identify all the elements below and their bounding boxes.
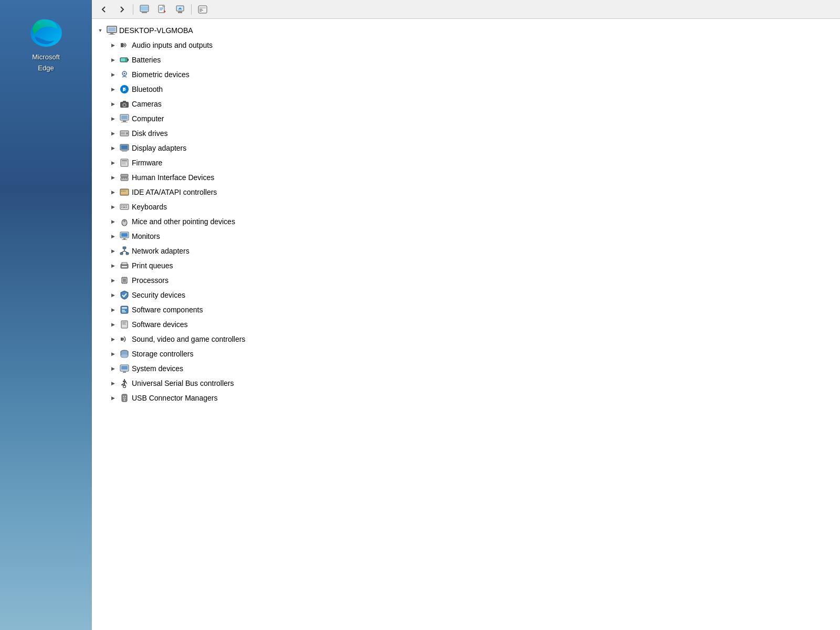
icon-firmware <box>119 158 130 168</box>
svg-rect-83 <box>127 265 128 266</box>
label-display: Display adapters <box>132 144 186 152</box>
expand-arrow-batteries[interactable] <box>109 56 117 64</box>
expand-arrow-ide[interactable] <box>109 188 117 196</box>
device-manager-view-btn[interactable] <box>136 2 152 17</box>
tree-item-firmware[interactable]: Firmware <box>92 155 840 170</box>
svg-rect-36 <box>121 122 128 122</box>
expand-arrow-keyboards[interactable] <box>109 203 117 211</box>
expand-arrow-cameras[interactable] <box>109 100 117 108</box>
expand-arrow-network[interactable] <box>109 247 117 255</box>
tree-item-processors[interactable]: Processors <box>92 273 840 288</box>
tree-item-print[interactable]: Print queues <box>92 258 840 273</box>
svg-rect-65 <box>123 207 125 208</box>
label-bluetooth: Bluetooth <box>132 85 163 93</box>
icon-batteries <box>119 55 130 65</box>
svg-rect-82 <box>122 266 127 267</box>
label-keyboards: Keyboards <box>132 203 167 211</box>
svg-rect-111 <box>121 384 123 385</box>
expand-arrow-sound[interactable] <box>109 335 117 343</box>
tree-item-audio[interactable]: Audio inputs and outputs <box>92 38 840 52</box>
tree-item-sound[interactable]: Sound, video and game controllers <box>92 332 840 346</box>
label-biometric: Biometric devices <box>132 70 190 79</box>
up-button[interactable] <box>172 2 188 17</box>
tree-item-biometric[interactable]: Biometric devices <box>92 67 840 82</box>
icon-usb <box>119 378 130 388</box>
tree-item-mice[interactable]: Mice and other pointing devices <box>92 214 840 229</box>
device-manager-window: DESKTOP-VLGMOBA Audio inputs and outputs… <box>92 0 840 630</box>
expand-arrow-storage[interactable] <box>109 350 117 358</box>
root-expand-arrow[interactable] <box>96 26 104 35</box>
expand-arrow-bluetooth[interactable] <box>109 85 117 93</box>
tree-root-item[interactable]: DESKTOP-VLGMOBA <box>92 23 840 38</box>
expand-arrow-hid[interactable] <box>109 173 117 182</box>
svg-rect-52 <box>124 178 125 179</box>
tree-item-usb[interactable]: Universal Serial Bus controllers <box>92 376 840 391</box>
tree-item-hid[interactable]: Human Interface Devices <box>92 170 840 185</box>
expand-arrow-computer[interactable] <box>109 114 117 123</box>
expand-arrow-processors[interactable] <box>109 276 117 285</box>
tree-item-bluetooth[interactable]: Bluetooth <box>92 82 840 97</box>
tree-item-display[interactable]: Display adapters <box>92 141 840 155</box>
toolbar <box>92 0 840 19</box>
expand-arrow-print[interactable] <box>109 261 117 270</box>
svg-rect-66 <box>126 207 127 208</box>
expand-arrow-usb-connector[interactable] <box>109 394 117 402</box>
svg-rect-35 <box>123 121 126 122</box>
tree-item-ide[interactable]: IDE ATA/ATAPI controllers <box>92 185 840 200</box>
separator-2 <box>191 4 192 15</box>
tree-item-storage[interactable]: Storage controllers <box>92 346 840 361</box>
icon-bluetooth <box>119 84 130 94</box>
expand-arrow-monitors[interactable] <box>109 232 117 240</box>
expand-arrow-mice[interactable] <box>109 217 117 226</box>
svg-rect-25 <box>121 58 125 61</box>
svg-rect-95 <box>122 311 126 312</box>
svg-rect-94 <box>122 310 125 311</box>
label-system: System devices <box>132 364 183 373</box>
expand-arrow-biometric[interactable] <box>109 70 117 79</box>
expand-arrow-software-devices[interactable] <box>109 320 117 329</box>
device-tree[interactable]: DESKTOP-VLGMOBA Audio inputs and outputs… <box>92 19 840 630</box>
svg-rect-22 <box>121 43 123 47</box>
tree-item-system[interactable]: System devices <box>92 361 840 376</box>
icon-security <box>119 290 130 300</box>
svg-rect-115 <box>125 396 126 397</box>
tree-item-disk[interactable]: Disk drives <box>92 126 840 141</box>
tree-item-batteries[interactable]: Batteries <box>92 52 840 67</box>
svg-point-69 <box>124 220 125 222</box>
label-usb: Universal Serial Bus controllers <box>132 379 234 387</box>
tree-item-software-devices[interactable]: Software devices <box>92 317 840 332</box>
expand-arrow-firmware[interactable] <box>109 159 117 167</box>
expand-arrow-audio[interactable] <box>109 41 117 49</box>
forward-button[interactable] <box>114 2 130 17</box>
svg-rect-81 <box>122 262 127 265</box>
expand-arrow-system[interactable] <box>109 364 117 373</box>
back-button[interactable] <box>96 2 112 17</box>
icon-storage <box>119 349 130 359</box>
edge-desktop-icon[interactable]: Microsoft Edge <box>25 10 68 76</box>
icon-sound <box>119 334 130 344</box>
icon-keyboards <box>119 202 130 212</box>
tree-item-software-components[interactable]: Software components <box>92 302 840 317</box>
tree-item-cameras[interactable]: Cameras <box>92 97 840 111</box>
tree-item-monitors[interactable]: Monitors <box>92 229 840 244</box>
expand-arrow-security[interactable] <box>109 291 117 299</box>
tree-item-keyboards[interactable]: Keyboards <box>92 200 840 214</box>
page-icon-btn[interactable] <box>154 2 170 17</box>
expand-arrow-disk[interactable] <box>109 129 117 138</box>
expand-arrow-usb[interactable] <box>109 379 117 387</box>
tree-item-security[interactable]: Security devices <box>92 288 840 302</box>
tree-item-network[interactable]: Network adapters <box>92 244 840 258</box>
tree-item-computer[interactable]: Computer <box>92 111 840 126</box>
tree-item-usb-connector[interactable]: USB Connector Managers <box>92 391 840 405</box>
expand-arrow-software-components[interactable] <box>109 306 117 314</box>
svg-point-112 <box>123 385 126 388</box>
svg-rect-49 <box>121 174 128 177</box>
svg-rect-47 <box>122 163 125 163</box>
label-ide: IDE ATA/ATAPI controllers <box>132 188 217 196</box>
properties-btn[interactable] <box>195 2 211 17</box>
expand-arrow-display[interactable] <box>109 144 117 152</box>
icon-network <box>119 246 130 256</box>
svg-rect-15 <box>200 9 202 9</box>
svg-rect-99 <box>122 324 126 324</box>
icon-display <box>119 143 130 153</box>
